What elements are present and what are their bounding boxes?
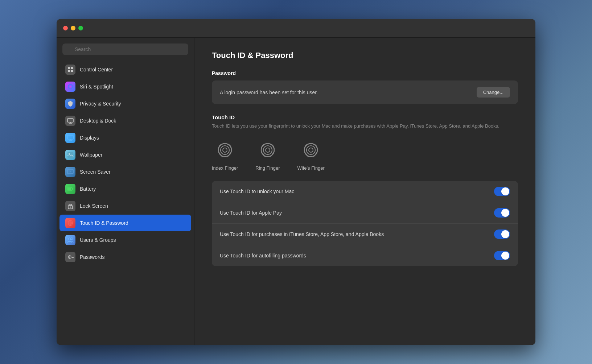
siri-icon <box>65 82 75 92</box>
sidebar-item-touchid[interactable]: Touch ID & Password <box>59 215 191 231</box>
close-button[interactable] <box>63 26 68 30</box>
sidebar-item-users[interactable]: Users & Groups <box>59 232 191 248</box>
fingerprint-ring[interactable]: Ring Finger <box>255 138 280 171</box>
svg-rect-5 <box>67 119 73 122</box>
svg-point-37 <box>309 148 313 152</box>
toggle-row-unlock-mac: Use Touch ID to unlock your Mac <box>212 181 518 202</box>
sidebar-nav: Control Center Siri & Spotlight Privacy … <box>57 61 194 266</box>
sidebar-item-passwords[interactable]: Passwords <box>59 249 191 265</box>
fingerprints-row: Index Finger Ring Finger Wife's Finger <box>212 138 518 171</box>
fingerprint-label-index: Index Finger <box>212 165 238 171</box>
svg-point-23 <box>71 238 73 240</box>
toggle-label-apple-pay: Use Touch ID for Apple Pay <box>220 210 494 216</box>
svg-point-34 <box>266 148 270 152</box>
sidebar-item-label-siri: Siri & Spotlight <box>80 84 113 90</box>
privacy-icon <box>65 99 75 109</box>
toggle-switch-apple-pay[interactable] <box>494 208 510 218</box>
toggles-card: Use Touch ID to unlock your MacUse Touch… <box>212 181 518 266</box>
svg-point-30 <box>221 146 229 154</box>
change-password-button[interactable]: Change... <box>477 87 510 98</box>
svg-rect-0 <box>68 67 70 69</box>
minimize-button[interactable] <box>71 26 75 30</box>
screensaver-icon <box>65 167 75 177</box>
fingerprint-label-ring: Ring Finger <box>255 165 280 171</box>
toggle-label-purchases: Use Touch ID for purchases in iTunes Sto… <box>220 231 494 237</box>
toggle-switch-unlock-mac[interactable] <box>494 187 510 196</box>
sidebar-item-desktop[interactable]: Desktop & Dock <box>59 112 191 129</box>
svg-point-20 <box>69 222 72 225</box>
svg-rect-15 <box>68 188 71 190</box>
wallpaper-icon <box>65 150 75 160</box>
fingerprint-label-wifes: Wife's Finger <box>297 165 324 171</box>
svg-point-31 <box>223 148 227 152</box>
sidebar-item-wallpaper[interactable]: Wallpaper <box>59 146 191 163</box>
svg-point-21 <box>70 223 71 224</box>
svg-point-33 <box>263 146 272 154</box>
toggle-row-autofill: Use Touch ID for autofilling passwords <box>212 245 518 266</box>
svg-point-4 <box>68 84 73 89</box>
control-center-icon <box>65 65 75 75</box>
sidebar-item-label-control-center: Control Center <box>80 67 113 73</box>
toggle-row-purchases: Use Touch ID for purchases in iTunes Sto… <box>212 224 518 245</box>
touch-id-section: Touch ID Touch ID lets you use your fing… <box>212 114 518 171</box>
svg-rect-3 <box>71 70 73 72</box>
lockscreen-icon <box>65 201 75 211</box>
touch-id-title: Touch ID <box>212 114 518 120</box>
content-area: 🔍 Control Center Siri & Spotlight Privac… <box>57 38 535 345</box>
toggle-label-autofill: Use Touch ID for autofilling passwords <box>220 253 494 258</box>
main-content: Touch ID & Password Password A login pas… <box>194 38 535 345</box>
sidebar-item-lockscreen[interactable]: Lock Screen <box>59 198 191 214</box>
fingerprint-wifes[interactable]: Wife's Finger <box>297 138 324 171</box>
sidebar-item-privacy[interactable]: Privacy & Security <box>59 95 191 112</box>
sidebar-item-label-passwords: Passwords <box>80 254 104 260</box>
svg-rect-11 <box>67 152 73 158</box>
svg-rect-16 <box>72 188 73 190</box>
sidebar: 🔍 Control Center Siri & Spotlight Privac… <box>57 38 194 345</box>
svg-point-22 <box>69 238 71 240</box>
password-section-title: Password <box>212 70 518 76</box>
sidebar-item-screensaver[interactable]: Screen Saver <box>59 164 191 180</box>
traffic-lights <box>63 26 83 30</box>
sidebar-item-label-screensaver: Screen Saver <box>80 169 111 175</box>
sidebar-item-label-desktop: Desktop & Dock <box>80 118 116 124</box>
passwords-icon <box>65 252 75 262</box>
desktop-icon <box>65 116 75 126</box>
maximize-button[interactable] <box>78 26 83 30</box>
svg-rect-1 <box>71 67 73 69</box>
toggle-switch-purchases[interactable] <box>494 229 510 239</box>
touch-id-description: Touch ID lets you use your fingerprint t… <box>212 123 518 130</box>
search-wrapper: 🔍 <box>62 44 188 55</box>
search-input[interactable] <box>62 44 188 55</box>
sidebar-item-label-users: Users & Groups <box>80 237 116 243</box>
search-container: 🔍 <box>57 44 194 61</box>
password-card: A login password has been set for this u… <box>212 80 518 104</box>
fingerprint-icon-wifes <box>299 138 322 162</box>
toggle-switch-autofill[interactable] <box>494 251 510 260</box>
page-title: Touch ID & Password <box>212 51 518 60</box>
toggle-row-apple-pay: Use Touch ID for Apple Pay <box>212 202 518 224</box>
users-icon <box>65 235 75 245</box>
sidebar-item-label-wallpaper: Wallpaper <box>80 152 103 158</box>
password-info-text: A login password has been set for this u… <box>220 90 318 95</box>
svg-rect-2 <box>68 70 70 72</box>
battery-icon <box>65 184 75 194</box>
fingerprint-icon-index <box>213 138 237 162</box>
sidebar-item-label-privacy: Privacy & Security <box>80 101 121 107</box>
sidebar-item-label-battery: Battery <box>80 186 96 192</box>
displays-icon <box>65 133 75 143</box>
sidebar-item-battery[interactable]: Battery <box>59 181 191 197</box>
sidebar-item-siri[interactable]: Siri & Spotlight <box>59 78 191 95</box>
main-window: 🔍 Control Center Siri & Spotlight Privac… <box>57 19 535 345</box>
svg-point-36 <box>307 146 315 154</box>
sidebar-item-displays[interactable]: Displays <box>59 129 191 146</box>
svg-rect-8 <box>67 135 73 139</box>
svg-point-18 <box>70 207 71 208</box>
fingerprint-icon-ring <box>256 138 279 162</box>
toggle-label-unlock-mac: Use Touch ID to unlock your Mac <box>220 189 494 194</box>
touchid-icon <box>65 218 75 228</box>
svg-point-25 <box>69 257 70 258</box>
sidebar-item-control-center[interactable]: Control Center <box>59 61 191 78</box>
titlebar <box>57 19 535 38</box>
fingerprint-index[interactable]: Index Finger <box>212 138 238 171</box>
sidebar-item-label-lockscreen: Lock Screen <box>80 203 108 209</box>
